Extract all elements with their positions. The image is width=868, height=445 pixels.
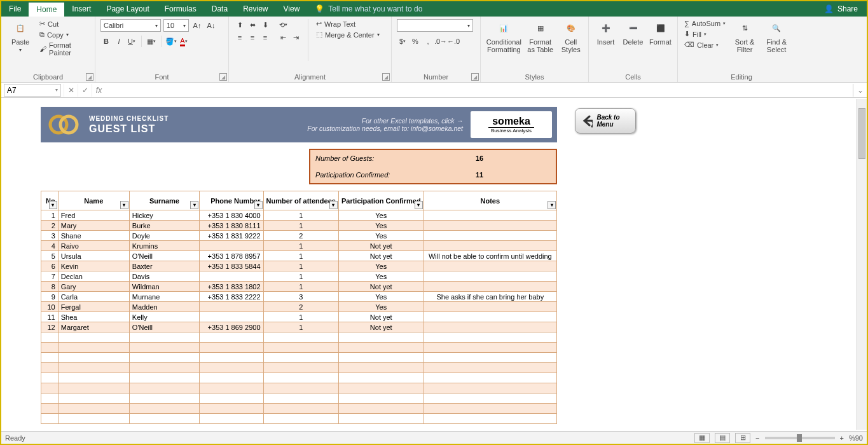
col-header[interactable]: Number of attendees▾ xyxy=(263,191,338,210)
number-format-select[interactable]: ▾ xyxy=(397,19,473,32)
cell[interactable] xyxy=(200,343,264,353)
sort-filter-button[interactable]: ⇅Sort & Filter xyxy=(731,19,759,53)
conditional-formatting-button[interactable]: 📊Conditional Formatting xyxy=(486,19,522,53)
col-header[interactable]: No▾ xyxy=(41,191,59,210)
tab-formulas[interactable]: Formulas xyxy=(157,1,204,17)
cell[interactable] xyxy=(338,343,424,353)
cell[interactable]: +353 1 833 2222 xyxy=(200,292,264,302)
cell[interactable] xyxy=(129,353,199,363)
cell[interactable] xyxy=(338,353,424,363)
table-row[interactable]: 4RaivoKrumins1Not yet xyxy=(41,241,557,251)
cell[interactable] xyxy=(200,241,264,251)
cell[interactable] xyxy=(41,404,59,414)
tab-insert[interactable]: Insert xyxy=(64,1,99,17)
cell[interactable] xyxy=(58,363,129,373)
table-row[interactable]: 12MargaretO'Neill+353 1 869 29001Not yet xyxy=(41,322,557,332)
cell[interactable]: 1 xyxy=(263,282,338,292)
table-row[interactable]: 11SheaKelly1Not yet xyxy=(41,312,557,322)
cell[interactable] xyxy=(263,332,338,343)
table-row[interactable]: 3ShaneDoyle+353 1 831 92222Yes xyxy=(41,231,557,241)
cell[interactable] xyxy=(263,414,338,424)
expand-formula-button[interactable]: ⌄ xyxy=(853,84,867,97)
zoom-in-button[interactable]: + xyxy=(840,434,844,442)
align-left-button[interactable]: ≡ xyxy=(234,32,245,43)
cell[interactable]: Burke xyxy=(129,221,199,231)
number-dialog-launcher[interactable]: ◢ xyxy=(471,73,479,81)
merge-center-button[interactable]: ⬚Merge & Center▾ xyxy=(315,30,381,39)
clear-button[interactable]: ⌫Clear▾ xyxy=(683,40,727,50)
cell[interactable]: Baxter xyxy=(129,261,199,271)
copy-button[interactable]: ⧉Copy▾ xyxy=(38,30,90,39)
cell[interactable] xyxy=(129,414,199,424)
cell[interactable]: Gary xyxy=(58,282,129,292)
cell[interactable] xyxy=(263,394,338,404)
cell[interactable]: Fred xyxy=(58,210,129,221)
cell[interactable]: Not yet xyxy=(338,241,424,251)
cell[interactable]: Yes xyxy=(338,261,424,271)
table-row[interactable] xyxy=(41,404,557,414)
cell[interactable]: 9 xyxy=(41,292,59,302)
cell[interactable]: Ursula xyxy=(58,251,129,261)
cell[interactable] xyxy=(200,302,264,312)
tab-data[interactable]: Data xyxy=(204,1,235,17)
cell[interactable]: 1 xyxy=(263,241,338,251)
table-row[interactable]: 10FergalMadden2Yes xyxy=(41,302,557,312)
decrease-font-button[interactable]: A↓ xyxy=(205,20,217,31)
table-row[interactable] xyxy=(41,373,557,383)
cell[interactable] xyxy=(338,394,424,404)
cell[interactable] xyxy=(424,394,556,404)
cell[interactable] xyxy=(263,404,338,414)
orientation-button[interactable]: ⟲▾ xyxy=(277,19,289,31)
cell[interactable] xyxy=(424,343,556,353)
clipboard-dialog-launcher[interactable]: ◢ xyxy=(86,73,93,81)
cell[interactable] xyxy=(338,373,424,383)
back-to-menu-button[interactable]: Back to Menu xyxy=(575,108,636,134)
cell[interactable]: Murnane xyxy=(129,292,199,302)
cell[interactable] xyxy=(41,353,59,363)
tab-review[interactable]: Review xyxy=(235,1,275,17)
font-name-select[interactable]: Calibri▾ xyxy=(100,19,161,32)
cell[interactable]: 1 xyxy=(263,271,338,282)
zoom-out-button[interactable]: − xyxy=(755,434,759,442)
table-row[interactable] xyxy=(41,353,557,363)
cell[interactable]: Will not be able to confirm until weddin… xyxy=(424,251,556,261)
cell[interactable]: 2 xyxy=(263,231,338,241)
cell[interactable] xyxy=(424,271,556,282)
cell[interactable]: 10 xyxy=(41,302,59,312)
table-row[interactable] xyxy=(41,332,557,343)
tab-home[interactable]: Home xyxy=(29,1,64,17)
cell[interactable]: Yes xyxy=(338,292,424,302)
tab-page-layout[interactable]: Page Layout xyxy=(99,1,156,17)
cell[interactable] xyxy=(338,332,424,343)
cell[interactable] xyxy=(424,282,556,292)
cell[interactable]: 1 xyxy=(263,251,338,261)
cell[interactable]: Fergal xyxy=(58,302,129,312)
table-row[interactable]: 2MaryBurke+353 1 830 81111Yes xyxy=(41,221,557,231)
cell[interactable]: 2 xyxy=(41,221,59,231)
cell[interactable] xyxy=(58,414,129,424)
cell[interactable] xyxy=(200,271,264,282)
cell[interactable]: +353 1 878 8957 xyxy=(200,251,264,261)
zoom-slider[interactable] xyxy=(765,437,835,439)
decrease-decimal-button[interactable]: ←.0 xyxy=(448,36,459,47)
cell[interactable] xyxy=(129,332,199,343)
cell[interactable]: 5 xyxy=(41,251,59,261)
zoom-thumb[interactable] xyxy=(797,434,802,442)
increase-font-button[interactable]: A↑ xyxy=(191,20,203,31)
table-row[interactable]: 8GaryWildman+353 1 833 18021Not yet xyxy=(41,282,557,292)
table-row[interactable] xyxy=(41,394,557,404)
cell[interactable] xyxy=(424,241,556,251)
enter-formula-button[interactable]: ✓ xyxy=(78,84,92,97)
font-dialog-launcher[interactable]: ◢ xyxy=(219,73,227,81)
border-button[interactable]: ▦▾ xyxy=(146,36,157,47)
cell[interactable] xyxy=(41,394,59,404)
fill-color-button[interactable]: 🪣▾ xyxy=(165,36,177,47)
cell[interactable] xyxy=(338,414,424,424)
increase-decimal-button[interactable]: .0→ xyxy=(435,36,446,47)
cell[interactable]: Madden xyxy=(129,302,199,312)
table-row[interactable]: 9CarlaMurnane+353 1 833 22223YesShe asks… xyxy=(41,292,557,302)
table-row[interactable] xyxy=(41,383,557,394)
cell[interactable] xyxy=(58,353,129,363)
cell[interactable] xyxy=(424,261,556,271)
table-row[interactable]: 6KevinBaxter+353 1 833 58441Yes xyxy=(41,261,557,271)
